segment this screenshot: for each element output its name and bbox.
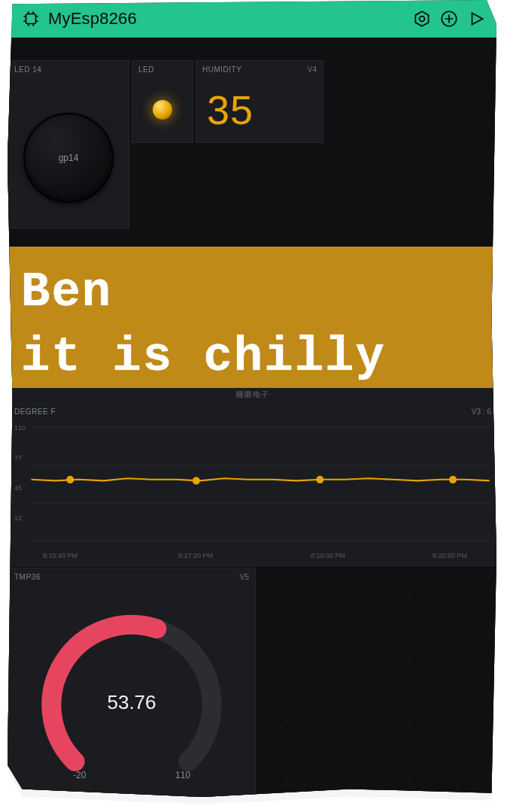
project-title: MyEsp8266	[48, 9, 405, 29]
widget-lcd: Ben it is chilly 睡眼电子	[8, 247, 496, 388]
svg-marker-4	[472, 13, 483, 24]
widget-title: LED	[138, 65, 154, 74]
led-indicator-icon	[153, 100, 172, 120]
chart-plot	[8, 423, 496, 546]
ytick: 77	[14, 454, 22, 462]
lcd-line-2: it is chilly	[21, 325, 484, 389]
widget-title: TMP36	[14, 573, 41, 581]
widget-button-led14[interactable]: LED 14 gp14	[8, 60, 129, 229]
lcd-footer: 睡眼电子	[8, 388, 496, 401]
nut-icon[interactable]	[412, 9, 432, 29]
svg-point-9	[66, 476, 74, 483]
widget-humidity: HUMIDITY V4 35	[196, 60, 323, 143]
xtick: 8:17:20 PM	[178, 552, 213, 559]
humidity-value: 35	[207, 86, 253, 133]
widget-title: HUMIDITY	[202, 65, 241, 74]
widget-chart-degree-f[interactable]: DEGREE F V3 : 6 110 77 45 12 8:15:40 PM …	[8, 402, 496, 566]
ytick: 12	[14, 514, 22, 522]
svg-point-2	[420, 17, 425, 22]
button-label: gp14	[59, 153, 79, 163]
widget-pin: V3 : 6	[472, 408, 491, 416]
svg-point-10	[193, 477, 200, 484]
widget-gauge-tmp36: TMP36 V5 53.76 -20 110	[8, 568, 256, 797]
svg-point-11	[316, 476, 323, 483]
gauge-min: -20	[73, 770, 86, 780]
app-header: MyEsp8266	[8, 0, 496, 38]
widget-title: DEGREE F	[14, 408, 56, 416]
chip-icon[interactable]	[21, 9, 41, 29]
gauge-max: 110	[175, 770, 190, 780]
widget-led: LED	[132, 60, 193, 143]
app-screen: MyEsp8266 LED 14 gp14 LED HUMIDITY V4 35	[8, 0, 496, 797]
ytick: 45	[14, 484, 22, 492]
lcd-line-1: Ben	[21, 260, 484, 325]
svg-marker-1	[415, 11, 428, 26]
button-circle[interactable]: gp14	[23, 113, 114, 203]
ytick: 110	[14, 424, 26, 432]
svg-point-12	[449, 476, 457, 483]
add-icon[interactable]	[439, 9, 459, 29]
xtick: 8:20:50 PM	[433, 552, 467, 559]
empty-grid-area	[256, 568, 496, 797]
svg-rect-0	[26, 14, 36, 24]
play-icon[interactable]	[466, 9, 486, 29]
gauge-value: 53.76	[107, 691, 156, 714]
widget-pin: V5	[240, 573, 249, 581]
xtick: 8:19:00 PM	[311, 552, 345, 559]
xtick: 8:15:40 PM	[43, 552, 77, 559]
widget-pin: V4	[308, 65, 317, 74]
dashboard-grid: LED 14 gp14 LED HUMIDITY V4 35 Ben it is…	[8, 38, 496, 797]
widget-title: LED 14	[14, 65, 41, 74]
